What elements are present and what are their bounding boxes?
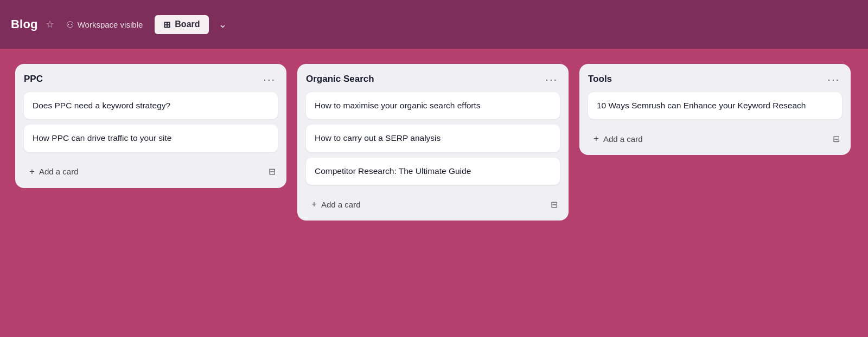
column-header-tools: Tools··· xyxy=(588,74,842,85)
template-icon[interactable]: ⊟ xyxy=(551,199,558,210)
card-card-3[interactable]: How to maximise your organic search effo… xyxy=(306,92,560,119)
template-icon[interactable]: ⊟ xyxy=(833,134,840,144)
plus-icon: + xyxy=(29,166,35,177)
board-view-button[interactable]: ⊞ Board xyxy=(155,15,208,34)
plus-icon: + xyxy=(311,199,317,210)
board-icon: ⊞ xyxy=(163,20,170,30)
card-card-4[interactable]: How to carry out a SERP analysis xyxy=(306,125,560,152)
column-header-ppc: PPC··· xyxy=(24,74,278,85)
add-card-button-tools[interactable]: +Add a card xyxy=(590,131,646,146)
column-tools: Tools···10 Ways Semrush can Enhance your… xyxy=(579,64,851,155)
people-icon: ⚇ xyxy=(66,20,74,30)
add-card-row-ppc: +Add a card⊟ xyxy=(24,160,278,180)
board-label: Board xyxy=(175,20,200,29)
add-card-row-organic-search: +Add a card⊟ xyxy=(306,192,560,213)
chevron-down-icon: ⌄ xyxy=(219,19,227,30)
workspace-label: Workspace visible xyxy=(78,20,143,29)
add-card-row-tools: +Add a card⊟ xyxy=(588,127,842,147)
view-dropdown-button[interactable]: ⌄ xyxy=(216,16,229,33)
card-card-6[interactable]: 10 Ways Semrush can Enhance your Keyword… xyxy=(588,92,842,119)
board-title: Blog xyxy=(11,17,38,31)
card-card-2[interactable]: How PPC can drive traffic to your site xyxy=(24,125,278,152)
add-card-label: Add a card xyxy=(321,200,361,209)
column-title-tools: Tools xyxy=(588,74,612,85)
card-card-5[interactable]: Competitor Research: The Ultimate Guide xyxy=(306,158,560,185)
column-menu-button-organic-search[interactable]: ··· xyxy=(543,74,560,85)
column-menu-button-tools[interactable]: ··· xyxy=(825,74,842,85)
column-organic-search: Organic Search···How to maximise your or… xyxy=(297,64,569,221)
star-icon[interactable]: ☆ xyxy=(46,18,54,30)
add-card-label: Add a card xyxy=(39,167,79,176)
column-ppc: PPC···Does PPC need a keyword strategy?H… xyxy=(15,64,286,188)
column-title-ppc: PPC xyxy=(24,74,43,85)
add-card-label: Add a card xyxy=(603,134,643,144)
column-menu-button-ppc[interactable]: ··· xyxy=(261,74,278,85)
template-icon[interactable]: ⊟ xyxy=(269,166,276,177)
app-header: Blog ☆ ⚇ Workspace visible ⊞ Board ⌄ xyxy=(0,0,868,49)
card-card-1[interactable]: Does PPC need a keyword strategy? xyxy=(24,92,278,119)
add-card-button-organic-search[interactable]: +Add a card xyxy=(308,197,363,212)
column-header-organic-search: Organic Search··· xyxy=(306,74,560,85)
plus-icon: + xyxy=(593,133,599,144)
add-card-button-ppc[interactable]: +Add a card xyxy=(26,164,81,179)
column-title-organic-search: Organic Search xyxy=(306,74,374,85)
workspace-visibility-button[interactable]: ⚇ Workspace visible xyxy=(62,17,148,32)
board-content: PPC···Does PPC need a keyword strategy?H… xyxy=(0,49,868,337)
